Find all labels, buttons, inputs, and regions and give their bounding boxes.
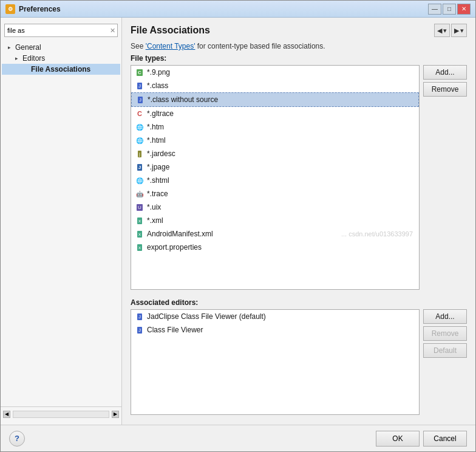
see-suffix: for content-type based file associations… (195, 42, 325, 50)
panel-title: File Associations (131, 25, 210, 36)
search-clear-icon[interactable]: ✕ (110, 27, 115, 35)
tree-label-general: General (15, 43, 41, 52)
jadclipse-icon: J (135, 312, 144, 321)
tree-item-editors[interactable]: ▸ Editors (2, 53, 120, 64)
ok-button[interactable]: OK (376, 431, 420, 447)
list-item[interactable]: 🌐 *.htm (131, 120, 419, 134)
help-button[interactable]: ? (9, 431, 25, 447)
scroll-right-btn[interactable]: ▶ (112, 411, 119, 418)
scroll-left-btn[interactable]: ◀ (3, 411, 10, 418)
file-type-label: *.trace (147, 190, 168, 198)
associated-section: J JadClipse Class File Viewer (default) … (131, 309, 467, 419)
list-item[interactable]: x AndroidManifest.xml ... csdn.net/u0136… (131, 227, 419, 241)
bottom-left: ? (9, 431, 372, 447)
file-type-label: *.jardesc (147, 149, 175, 158)
left-scroll-bar: ◀ ▶ (1, 406, 121, 421)
right-panel: File Associations ◀ ▾ ▶ ▾ See 'Content T… (122, 18, 475, 425)
associated-item[interactable]: J Class File Viewer (131, 323, 419, 337)
file-types-section: C *.9.png J *.class J *.class without so… (131, 65, 467, 293)
tree-arrow-general: ▸ (8, 44, 15, 50)
tree-arrow-editors: ▸ (15, 55, 22, 61)
associated-buttons: Add... Remove Default (423, 309, 467, 419)
search-container: ✕ (1, 21, 121, 39)
globe-icon: 🌐 (135, 176, 144, 185)
forward-button[interactable]: ▶ ▾ (451, 24, 467, 37)
file-type-label: *.html (147, 136, 166, 145)
file-type-label: *.xml (147, 216, 163, 225)
associated-editor-label: Class File Viewer (147, 326, 203, 334)
tree-area: ▸ General ▸ Editors File Associations (1, 42, 121, 406)
jar-icon: j (135, 149, 144, 159)
dropdown2-icon: ▾ (460, 27, 464, 35)
file-type-label: AndroidManifest.xml (147, 230, 213, 238)
file-types-buttons: Add... Remove (423, 65, 467, 293)
file-type-label: *.class (147, 81, 168, 90)
list-item-selected[interactable]: J *.class without source (131, 92, 419, 107)
prop-icon: x (135, 242, 144, 252)
list-item[interactable]: U *.uix (131, 200, 419, 214)
file-type-label: *.jpage (147, 163, 169, 171)
list-item[interactable]: 🌐 *.html (131, 134, 419, 147)
c-icon: C (135, 109, 144, 118)
list-item[interactable]: 🤖 *.trace (131, 187, 419, 200)
watermark-text: ... csdn.net/u013633997 (341, 230, 413, 238)
forward-icon: ▶ (454, 27, 459, 35)
back-icon: ◀ (437, 27, 442, 35)
associated-editors-label: Associated editors: (131, 298, 467, 307)
xml-icon: x (135, 216, 144, 225)
file-type-label: *.class without source (148, 95, 218, 104)
content-types-link[interactable]: 'Content Types' (146, 42, 195, 50)
tree-label-editors: Editors (22, 54, 45, 63)
minimize-button[interactable]: — (428, 4, 441, 15)
panel-header: File Associations ◀ ▾ ▶ ▾ (131, 24, 467, 37)
cancel-button[interactable]: Cancel (423, 431, 467, 447)
see-prefix: See (131, 42, 146, 50)
file-types-add-button[interactable]: Add... (423, 65, 467, 80)
globe-icon: 🌐 (135, 122, 144, 132)
associated-listbox[interactable]: J JadClipse Class File Viewer (default) … (131, 309, 420, 415)
bottom-bar: ? OK Cancel (1, 425, 475, 451)
file-type-label: *.9.png (147, 68, 170, 77)
list-item[interactable]: 🌐 *.shtml (131, 174, 419, 187)
associated-item[interactable]: J JadClipse Class File Viewer (default) (131, 310, 419, 323)
file-type-label: *.shtml (147, 176, 169, 185)
classviewer-icon: J (135, 325, 144, 335)
list-item[interactable]: j *.jardesc (131, 147, 419, 160)
associated-list: J JadClipse Class File Viewer (default) … (131, 309, 420, 419)
back-button[interactable]: ◀ ▾ (434, 24, 450, 37)
associated-remove-button[interactable]: Remove (423, 326, 467, 341)
file-type-label: *.htm (147, 123, 164, 131)
list-item[interactable]: C *.gltrace (131, 107, 419, 120)
content-area: ✕ ▸ General ▸ Editors File Associations (1, 18, 475, 425)
tree-item-file-associations[interactable]: File Associations (2, 64, 120, 75)
file-types-list: C *.9.png J *.class J *.class without so… (131, 65, 420, 293)
manifest-icon: x (135, 229, 144, 239)
maximize-button[interactable]: □ (443, 4, 456, 15)
list-item[interactable]: J *.jpage (131, 160, 419, 174)
png-icon: C (135, 67, 144, 77)
file-type-label: *.uix (147, 203, 161, 211)
j-icon: J (135, 162, 144, 172)
associated-editor-label: JadClipse Class File Viewer (default) (147, 312, 266, 321)
search-input[interactable] (4, 24, 118, 37)
class-src-icon: J (135, 95, 145, 104)
associated-default-button[interactable]: Default (423, 343, 467, 358)
window-icon: ⚙ (5, 4, 15, 14)
file-types-remove-button[interactable]: Remove (423, 82, 467, 97)
file-type-label: export.properties (147, 243, 202, 252)
file-types-label: File types: (131, 54, 467, 63)
scroll-track[interactable] (13, 411, 109, 418)
uix-icon: U (135, 202, 144, 212)
associated-add-button[interactable]: Add... (423, 309, 467, 324)
list-item[interactable]: x *.xml (131, 214, 419, 227)
list-item[interactable]: J *.class (131, 79, 419, 92)
android-icon: 🤖 (135, 189, 144, 199)
preferences-window: ⚙ Preferences — □ ✕ ✕ ▸ General (0, 0, 476, 452)
tree-item-general[interactable]: ▸ General (2, 42, 120, 53)
list-item[interactable]: x export.properties (131, 241, 419, 254)
window-controls: — □ ✕ (428, 4, 471, 15)
close-button[interactable]: ✕ (457, 4, 471, 15)
file-types-listbox[interactable]: C *.9.png J *.class J *.class without so… (131, 65, 420, 290)
globe-icon: 🌐 (135, 135, 144, 145)
list-item[interactable]: C *.9.png (131, 66, 419, 79)
